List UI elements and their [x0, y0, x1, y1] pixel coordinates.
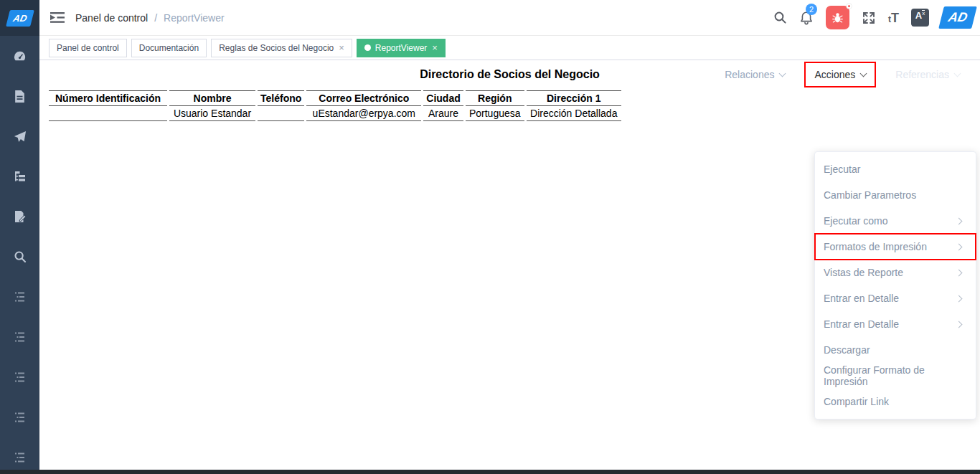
column-header: Teléfono	[258, 90, 304, 106]
brand-logo[interactable]: AD	[941, 6, 974, 29]
tab-label: Reglas de Socios del Negocio	[219, 43, 334, 53]
notification-count-badge: 2	[806, 4, 817, 15]
table-cell: uEstandar@erpya.com	[306, 106, 421, 121]
tab-panel-de-control[interactable]: Panel de control	[49, 39, 127, 57]
table-cell	[258, 106, 304, 121]
menu-item-vistas-de-reporte[interactable]: Vistas de Reporte	[815, 260, 976, 285]
app-window: AD Panel de control / ReportViewer	[0, 0, 980, 474]
bottom-edge-bar	[0, 470, 980, 474]
menu-item-label: Ejecutar como	[824, 215, 887, 227]
tab-close-icon[interactable]: ×	[432, 42, 438, 53]
nested-list-icon[interactable]	[0, 277, 39, 317]
column-header: Número Identificación	[49, 90, 167, 106]
menu-item-label: Compartir Link	[824, 396, 889, 407]
button-label: Acciones	[814, 69, 855, 80]
language-sup: x	[922, 10, 925, 16]
chevron-right-icon	[956, 295, 963, 302]
button-label: Relaciones	[725, 69, 774, 80]
tab-reportviewer[interactable]: ReportViewer×	[357, 39, 446, 57]
notifications-bell-icon[interactable]: 2	[799, 10, 814, 25]
chevron-down-icon	[779, 70, 786, 77]
menu-item-label: Ejecutar	[824, 163, 860, 175]
tab-reglas-de-socios-del-negocio[interactable]: Reglas de Socios del Negocio×	[211, 39, 352, 57]
nested-list-icon[interactable]	[0, 317, 39, 357]
referencias-dropdown-button[interactable]: Referencias	[885, 62, 970, 87]
report-table: Número IdentificaciónNombreTeléfonoCorre…	[47, 90, 623, 121]
table-cell: Usuario Estandar	[169, 106, 255, 121]
fullscreen-icon[interactable]	[862, 11, 876, 25]
bug-status-dot	[847, 4, 852, 9]
menu-item-ejecutar-como[interactable]: Ejecutar como	[815, 208, 976, 234]
table-cell	[49, 106, 167, 121]
hamburger-menu-icon[interactable]	[39, 11, 75, 24]
column-header: Dirección 1	[527, 90, 621, 106]
table-cell: Araure	[423, 106, 463, 121]
breadcrumb-item-panel[interactable]: Panel de control	[75, 12, 148, 24]
send-icon[interactable]	[0, 116, 39, 156]
column-header: Ciudad	[423, 90, 463, 106]
breadcrumb-item-reportviewer: ReportViewer	[164, 12, 225, 24]
button-label: Referencias	[895, 69, 949, 80]
menu-item-cambiar-parametros[interactable]: Cambiar Parametros	[815, 182, 976, 208]
menu-item-label: Entrar en Detalle	[824, 318, 899, 330]
report-actions-bar: RelacionesAccionesReferencias	[715, 62, 970, 87]
nested-list-icon[interactable]	[0, 437, 39, 474]
brand-logo-icon: AD	[938, 6, 977, 29]
menu-item-label: Formatos de Impresión	[824, 241, 927, 252]
breadcrumb: Panel de control / ReportViewer	[75, 12, 225, 24]
breadcrumb-separator: /	[154, 12, 157, 24]
menu-item-label: Descargar	[824, 344, 870, 356]
menu-item-entrar-en-detalle[interactable]: Entrar en Detalle	[815, 285, 976, 311]
table-cell: Portuguesa	[466, 106, 524, 121]
search-icon[interactable]	[0, 237, 39, 277]
sidebar: AD	[0, 0, 39, 470]
sidebar-logo[interactable]: AD	[0, 0, 39, 36]
tab-close-icon[interactable]: ×	[339, 42, 344, 53]
menu-item-configurar-formato-de-impresi-n[interactable]: Configurar Formato de Impresión	[815, 363, 976, 389]
tab-label: ReportViewer	[375, 43, 427, 53]
document-icon[interactable]	[0, 76, 39, 116]
tab-label: Documentación	[139, 43, 199, 53]
acciones-dropdown-menu: EjecutarCambiar ParametrosEjecutar comoF…	[814, 151, 976, 420]
search-icon[interactable]	[773, 11, 787, 24]
relaciones-dropdown-button[interactable]: Relaciones	[715, 62, 795, 87]
font-size-large-label: T	[891, 11, 899, 25]
open-tabs-bar: Panel de controlDocumentaciónReglas de S…	[39, 36, 980, 60]
tree-list-icon[interactable]	[0, 156, 39, 196]
menu-item-formatos-de-impresi-n[interactable]: Formatos de Impresión	[815, 234, 976, 260]
menu-item-descargar[interactable]: Descargar	[815, 337, 976, 363]
column-header: Correo Electrónico	[306, 90, 421, 106]
active-tab-dot	[364, 44, 371, 51]
menu-item-label: Entrar en Detalle	[824, 293, 899, 304]
chevron-right-icon	[956, 269, 963, 276]
column-header: Región	[466, 90, 524, 106]
topbar: Panel de control / ReportViewer 2	[39, 0, 980, 36]
language-label: A	[915, 11, 922, 20]
tab-documentaci-n[interactable]: Documentación	[131, 39, 207, 57]
chevron-right-icon	[956, 243, 963, 250]
menu-item-compartir-link[interactable]: Compartir Link	[815, 389, 976, 414]
chevron-right-icon	[956, 321, 963, 328]
chevron-right-icon	[956, 217, 963, 224]
menu-item-label: Configurar Formato de Impresión	[824, 364, 961, 387]
table-header-row: Número IdentificaciónNombreTeléfonoCorre…	[49, 90, 621, 106]
menu-item-label: Cambiar Parametros	[824, 189, 916, 201]
menu-item-ejecutar[interactable]: Ejecutar	[815, 156, 976, 182]
menu-item-entrar-en-detalle[interactable]: Entrar en Detalle	[815, 311, 976, 337]
nested-list-icon[interactable]	[0, 397, 39, 437]
report-viewer-content: RelacionesAccionesReferencias Directorio…	[39, 60, 980, 470]
dashboard-icon[interactable]	[0, 36, 39, 76]
document-edit-icon[interactable]	[0, 196, 39, 237]
column-header: Nombre	[169, 90, 255, 106]
topbar-actions: 2	[773, 6, 980, 29]
nested-list-icon[interactable]	[0, 357, 39, 397]
acciones-dropdown-button[interactable]: Acciones	[804, 62, 876, 87]
font-size-icon[interactable]: tT	[888, 11, 899, 24]
sidebar-menu	[0, 36, 39, 474]
issues-bug-button[interactable]	[826, 6, 849, 29]
tab-label: Panel de control	[57, 43, 119, 53]
table-row: Usuario EstandaruEstandar@erpya.comAraur…	[49, 106, 621, 121]
chevron-down-icon	[860, 70, 867, 77]
brand-logo-icon: AD	[6, 10, 34, 27]
language-switch-icon[interactable]: A x	[911, 9, 929, 27]
